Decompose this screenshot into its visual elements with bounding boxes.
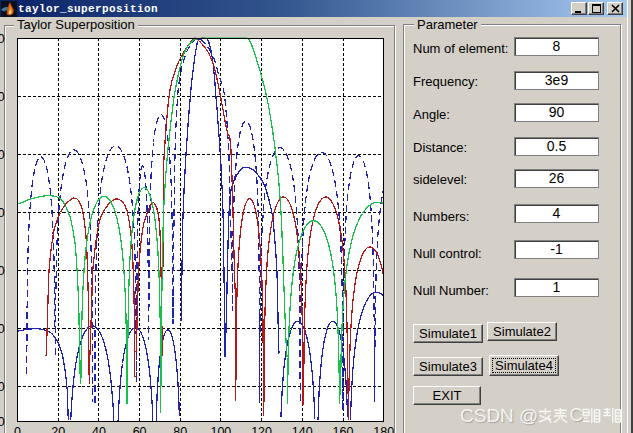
svg-text:0: 0 — [0, 263, 5, 278]
svg-text:20: 20 — [51, 425, 65, 433]
svg-text:0: 0 — [0, 379, 5, 394]
svg-text:0: 0 — [0, 89, 5, 104]
svg-text:0: 0 — [0, 31, 5, 46]
svg-text:80: 80 — [173, 425, 187, 433]
svg-text:0: 0 — [0, 147, 5, 162]
svg-text:40: 40 — [92, 425, 106, 433]
svg-text:100: 100 — [210, 425, 231, 433]
svg-text:120: 120 — [251, 425, 272, 433]
svg-text:0: 0 — [0, 205, 5, 220]
svg-text:160: 160 — [333, 425, 354, 433]
svg-text:0: 0 — [0, 414, 5, 429]
svg-text:180: 180 — [373, 425, 394, 433]
svg-text:0: 0 — [0, 321, 5, 336]
svg-text:0: 0 — [14, 425, 21, 433]
svg-text:60: 60 — [133, 425, 147, 433]
svg-text:140: 140 — [292, 425, 313, 433]
svg-text:C: C — [570, 406, 583, 425]
